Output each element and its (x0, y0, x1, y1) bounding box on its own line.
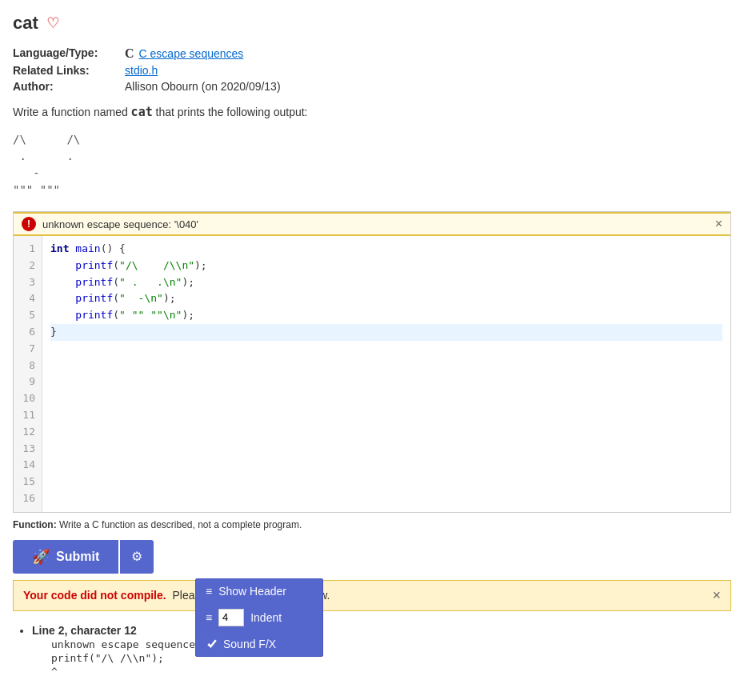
settings-dropdown: ≡ Show Header ≡ Indent Sound F/X (195, 578, 323, 657)
code-line-10 (50, 390, 722, 407)
function-note-text: Write a C function as described, not a c… (59, 519, 302, 530)
gear-icon: ⚙ (131, 550, 142, 563)
compile-error-close[interactable]: × (712, 587, 721, 604)
compile-error-bar: Your code did not compile. Please correc… (13, 580, 731, 611)
indent-item[interactable]: ≡ Indent (196, 603, 322, 632)
favorite-icon[interactable]: ♡ (46, 14, 59, 32)
cat-art-line-2: . . (13, 148, 731, 165)
code-line-12 (50, 424, 722, 441)
editor-area: 1 2 3 4 5 6 7 8 9 10 11 12 13 14 15 16 i… (14, 236, 730, 512)
code-line-5: printf(" "" ""\n"); (50, 307, 722, 324)
line-num-14: 14 (20, 457, 35, 474)
toolbar: 🚀 Submit ⚙ ≡ Show Header ≡ Indent Sound … (13, 540, 731, 574)
line-num-7: 7 (20, 341, 35, 358)
indent-input[interactable] (218, 609, 244, 626)
line-num-9: 9 (20, 374, 35, 390)
page-title: cat (13, 13, 38, 34)
page-title-area: cat ♡ (13, 13, 731, 34)
cat-art-line-1: /\ /\ (13, 131, 731, 148)
line-num-12: 12 (20, 424, 35, 441)
cat-art: /\ /\ . . - """ """ (13, 131, 731, 198)
line-num-6: 6 (20, 324, 35, 341)
error-details: Line 2, character 12 unknown escape sequ… (13, 618, 731, 689)
function-name-code: cat (131, 105, 153, 119)
code-line-16 (50, 490, 722, 507)
indent-label: Indent (250, 611, 282, 624)
compile-error-prefix: Your code did not compile. (23, 589, 166, 602)
rocket-icon: 🚀 (32, 548, 50, 566)
code-line-9 (50, 374, 722, 390)
error-description: unknown escape sequence: '\040' (32, 638, 731, 650)
code-editor: ! unknown escape sequence: '\040' × 1 2 … (13, 211, 731, 513)
cat-art-line-3: - (13, 165, 731, 182)
code-line-4: printf(" -\n"); (50, 290, 722, 307)
error-banner-text: unknown escape sequence: '\040' (42, 218, 198, 230)
error-list-item: Line 2, character 12 unknown escape sequ… (32, 624, 731, 678)
line-num-13: 13 (20, 441, 35, 458)
code-lines[interactable]: int main() { printf("/\ /\\n"); printf("… (42, 236, 730, 512)
error-banner: ! unknown escape sequence: '\040' × (14, 212, 730, 236)
meta-row-author: Author: Allison Obourn (on 2020/09/13) (13, 80, 731, 93)
code-line-11 (50, 407, 722, 424)
c-escape-link[interactable]: C escape sequences (139, 47, 244, 60)
code-line-1: int main() { (50, 241, 722, 258)
language-label: Language/Type: (13, 46, 125, 61)
meta-table: Language/Type: C C escape sequences Rela… (13, 46, 731, 93)
code-line-3: printf(" . .\n"); (50, 274, 722, 291)
gear-button[interactable]: ⚙ (120, 540, 154, 574)
error-line-label: Line 2, character 12 (32, 624, 137, 637)
sound-item[interactable]: Sound F/X (196, 632, 322, 656)
line-num-11: 11 (20, 407, 35, 424)
code-line-7 (50, 341, 722, 358)
author-label: Author: (13, 80, 125, 93)
indent-icon: ≡ (206, 611, 212, 624)
function-note: Function: Write a C function as describe… (13, 519, 731, 530)
line-num-8: 8 (20, 358, 35, 374)
author-text: Allison Obourn (on 2020/09/13) (125, 80, 281, 93)
sound-checkbox[interactable] (206, 638, 218, 650)
code-line-6: } (50, 324, 722, 341)
author-value: Allison Obourn (on 2020/09/13) (125, 80, 281, 93)
line-num-10: 10 (20, 390, 35, 407)
c-language-icon: C (125, 46, 134, 61)
line-num-2: 2 (20, 258, 35, 274)
code-line-2: printf("/\ /\\n"); (50, 258, 722, 274)
error-caret: ^ (32, 666, 731, 678)
code-line-15 (50, 474, 722, 490)
show-header-item[interactable]: ≡ Show Header (196, 579, 322, 603)
stdio-link[interactable]: stdio.h (125, 64, 158, 77)
line-num-4: 4 (20, 290, 35, 307)
submit-label: Submit (56, 550, 99, 564)
code-line-14 (50, 457, 722, 474)
line-num-16: 16 (20, 490, 35, 507)
meta-row-related: Related Links: stdio.h (13, 64, 731, 77)
line-num-3: 3 (20, 274, 35, 291)
code-line-13 (50, 441, 722, 458)
description-prefix: Write a function named (13, 106, 131, 118)
language-value: C C escape sequences (125, 46, 243, 61)
error-close-button[interactable]: × (715, 217, 722, 231)
line-num-15: 15 (20, 474, 35, 490)
show-header-label: Show Header (218, 585, 286, 598)
related-value: stdio.h (125, 64, 158, 77)
description: Write a function named cat that prints t… (13, 102, 731, 122)
code-line-8 (50, 358, 722, 374)
related-label: Related Links: (13, 64, 125, 77)
cat-art-line-4: """ """ (13, 182, 731, 198)
line-numbers: 1 2 3 4 5 6 7 8 9 10 11 12 13 14 15 16 (14, 236, 42, 512)
sound-label: Sound F/X (223, 638, 276, 650)
show-header-icon: ≡ (206, 585, 212, 598)
error-code-line: printf("/\ /\\n"); (32, 652, 731, 664)
meta-row-language: Language/Type: C C escape sequences (13, 46, 731, 61)
submit-button[interactable]: 🚀 Submit (13, 540, 118, 574)
line-num-5: 5 (20, 307, 35, 324)
line-num-1: 1 (20, 241, 35, 258)
function-note-label: Function: (13, 519, 57, 530)
description-suffix: that prints the following output: (153, 106, 308, 118)
error-icon: ! (22, 217, 36, 231)
